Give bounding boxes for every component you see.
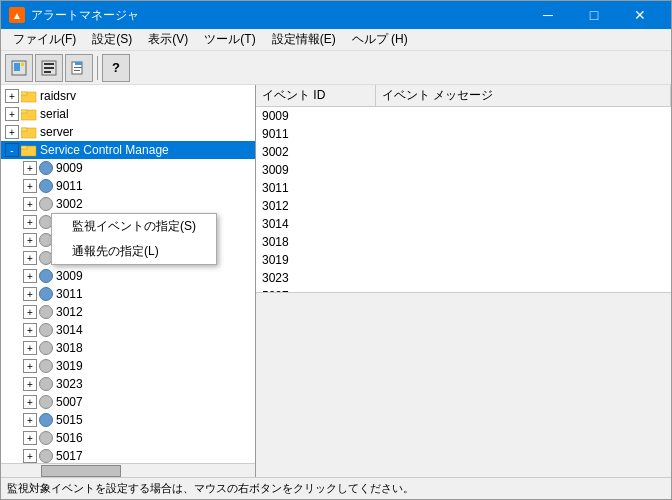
- expand-icon[interactable]: +: [23, 305, 37, 319]
- svg-rect-9: [74, 67, 82, 68]
- tree-item-9011[interactable]: + 9011: [1, 177, 255, 195]
- tree-item-scm[interactable]: - Service Control Manage: [1, 141, 255, 159]
- node-icon: [39, 179, 53, 193]
- context-menu-item-alert[interactable]: 通報先の指定(L): [52, 239, 216, 264]
- toolbar-help-btn[interactable]: ?: [102, 54, 130, 82]
- tree-scroll-area[interactable]: + raidsrv + serial +: [1, 85, 255, 463]
- list-row[interactable]: 9011: [256, 125, 671, 143]
- tree-item-5016[interactable]: + 5016: [1, 429, 255, 447]
- toolbar-btn-3[interactable]: [65, 54, 93, 82]
- expand-icon[interactable]: +: [23, 377, 37, 391]
- minimize-button[interactable]: ─: [525, 1, 571, 29]
- context-menu-item-monitor[interactable]: 監視イベントの指定(S): [52, 214, 216, 239]
- tree-item-serial[interactable]: + serial: [1, 105, 255, 123]
- expand-icon[interactable]: +: [23, 179, 37, 193]
- expand-icon[interactable]: +: [5, 89, 19, 103]
- menu-tools[interactable]: ツール(T): [196, 29, 263, 51]
- expand-icon[interactable]: +: [23, 287, 37, 301]
- expand-icon[interactable]: +: [23, 197, 37, 211]
- tree-item-5017[interactable]: + 5017: [1, 447, 255, 463]
- svg-rect-6: [44, 71, 51, 73]
- tree-item-server[interactable]: + server: [1, 123, 255, 141]
- expand-icon[interactable]: +: [23, 161, 37, 175]
- list-header-event-msg[interactable]: イベント メッセージ: [376, 85, 671, 106]
- list-row[interactable]: 3018: [256, 233, 671, 251]
- expand-icon[interactable]: +: [23, 359, 37, 373]
- expand-icon[interactable]: +: [23, 395, 37, 409]
- list-row[interactable]: 3019: [256, 251, 671, 269]
- tree-panel: + raidsrv + serial +: [1, 85, 256, 477]
- node-icon: [39, 161, 53, 175]
- close-button[interactable]: ✕: [617, 1, 663, 29]
- expand-icon[interactable]: +: [5, 125, 19, 139]
- list-row[interactable]: 3012: [256, 197, 671, 215]
- svg-rect-1: [14, 63, 20, 71]
- tree-item-3018[interactable]: + 3018: [1, 339, 255, 357]
- svg-rect-14: [21, 110, 27, 113]
- tree-item-3012[interactable]: + 3012: [1, 303, 255, 321]
- main-content: + raidsrv + serial +: [1, 85, 671, 477]
- status-bar: 監視対象イベントを設定する場合は、マウスの右ボタンをクリックしてください。: [1, 477, 671, 499]
- expand-icon[interactable]: -: [5, 143, 19, 157]
- menu-bar: ファイル(F) 設定(S) 表示(V) ツール(T) 設定情報(E) ヘルプ (…: [1, 29, 671, 51]
- menu-view[interactable]: 表示(V): [140, 29, 196, 51]
- maximize-button[interactable]: □: [571, 1, 617, 29]
- tree-item-5015[interactable]: + 5015: [1, 411, 255, 429]
- window-title: アラートマネージャ: [31, 7, 139, 24]
- expand-icon[interactable]: +: [23, 431, 37, 445]
- folder-icon: [21, 125, 37, 139]
- list-body[interactable]: 9009 9011 3002 3009 3011: [256, 107, 671, 292]
- menu-help[interactable]: ヘルプ (H): [344, 29, 416, 51]
- help-icon: ?: [112, 60, 120, 75]
- scrollbar-thumb[interactable]: [41, 465, 121, 477]
- status-text: 監視対象イベントを設定する場合は、マウスの右ボタンをクリックしてください。: [7, 481, 414, 496]
- expand-icon[interactable]: +: [23, 251, 37, 265]
- expand-icon[interactable]: +: [23, 269, 37, 283]
- node-icon: [39, 449, 53, 463]
- expand-icon[interactable]: +: [23, 449, 37, 463]
- node-icon: [39, 341, 53, 355]
- node-icon: [39, 287, 53, 301]
- svg-rect-8: [75, 62, 82, 65]
- svg-rect-16: [21, 128, 27, 131]
- toolbar-btn-1[interactable]: [5, 54, 33, 82]
- list-row[interactable]: 3014: [256, 215, 671, 233]
- node-icon: [39, 323, 53, 337]
- tree-item-3002[interactable]: + 3002: [1, 195, 255, 213]
- tree-item-3014[interactable]: + 3014: [1, 321, 255, 339]
- list-row[interactable]: 3009: [256, 161, 671, 179]
- right-panel: イベント ID イベント メッセージ 9009 9011 3002: [256, 85, 671, 477]
- toolbar-icon-3: [70, 59, 88, 77]
- menu-config-info[interactable]: 設定情報(E): [264, 29, 344, 51]
- svg-rect-2: [21, 63, 24, 66]
- tree-scrollbar-h[interactable]: [1, 463, 255, 477]
- tree-item-3011[interactable]: + 3011: [1, 285, 255, 303]
- list-row[interactable]: 3011: [256, 179, 671, 197]
- svg-rect-5: [44, 67, 54, 69]
- tree-item-3019[interactable]: + 3019: [1, 357, 255, 375]
- list-row[interactable]: 3002: [256, 143, 671, 161]
- expand-icon[interactable]: +: [23, 341, 37, 355]
- tree-item-3009[interactable]: + 3009: [1, 267, 255, 285]
- list-row[interactable]: 3023: [256, 269, 671, 287]
- menu-settings[interactable]: 設定(S): [84, 29, 140, 51]
- expand-icon[interactable]: +: [23, 233, 37, 247]
- expand-icon[interactable]: +: [5, 107, 19, 121]
- menu-file[interactable]: ファイル(F): [5, 29, 84, 51]
- node-icon: [39, 359, 53, 373]
- list-row[interactable]: 9009: [256, 107, 671, 125]
- list-scrollbar-h[interactable]: [256, 292, 671, 478]
- folder-icon: [21, 89, 37, 103]
- expand-icon[interactable]: +: [23, 215, 37, 229]
- tree-item-9009[interactable]: + 9009: [1, 159, 255, 177]
- tree-label: server: [40, 125, 255, 139]
- expand-icon[interactable]: +: [23, 413, 37, 427]
- node-icon: [39, 305, 53, 319]
- tree-item-3023[interactable]: + 3023: [1, 375, 255, 393]
- toolbar-btn-2[interactable]: [35, 54, 63, 82]
- list-header: イベント ID イベント メッセージ: [256, 85, 671, 107]
- expand-icon[interactable]: +: [23, 323, 37, 337]
- tree-item-5007[interactable]: + 5007: [1, 393, 255, 411]
- tree-item-raidsrv[interactable]: + raidsrv: [1, 87, 255, 105]
- list-header-event-id[interactable]: イベント ID: [256, 85, 376, 106]
